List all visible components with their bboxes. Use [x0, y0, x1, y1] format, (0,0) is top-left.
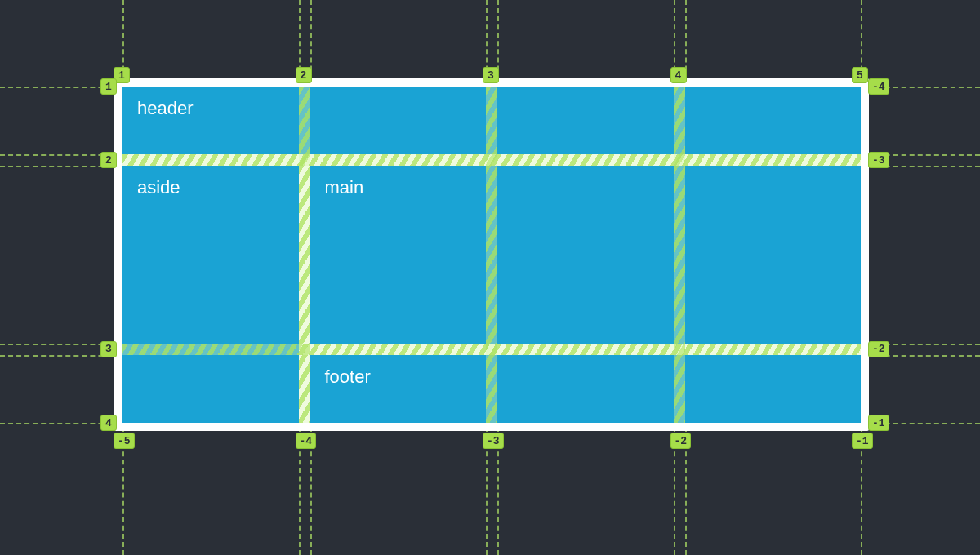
- row-line-badge-right: -1: [868, 415, 889, 431]
- grid-area-label: header: [137, 98, 194, 118]
- row-line-badge-right: -4: [868, 78, 889, 95]
- row-line-badge-right: -3: [868, 152, 889, 168]
- col-line-badge-bottom: -2: [670, 433, 692, 449]
- grid-area-label: footer: [325, 366, 371, 387]
- row-line-badge-right: -2: [868, 341, 889, 357]
- col-line-badge-top: 2: [296, 67, 312, 83]
- grid-area-label: aside: [137, 177, 180, 198]
- col-line-badge-bottom: -1: [852, 433, 873, 449]
- grid-gap-horizontal: [122, 154, 861, 166]
- row-line-badge-left: 4: [100, 415, 117, 431]
- grid-area-aside: aside: [122, 166, 299, 423]
- row-line-badge-left: 1: [100, 78, 117, 95]
- grid-gap-vertical: [299, 87, 310, 423]
- grid-area-footer: footer: [310, 355, 862, 423]
- grid-area-main: main: [310, 166, 862, 343]
- col-line-badge-bottom: -3: [483, 433, 504, 449]
- grid-diagram: headerasidemainfooter 12345-5-4-3-2-1123…: [0, 0, 980, 555]
- grid-gap-horizontal: [122, 344, 861, 355]
- col-line-badge-bottom: -5: [114, 433, 135, 449]
- grid-area-label: main: [325, 177, 364, 198]
- col-line-badge-top: 4: [670, 67, 687, 83]
- col-line-badge-top: 5: [852, 67, 868, 83]
- grid-gap-vertical: [674, 87, 685, 423]
- col-line-badge-top: 3: [483, 67, 499, 83]
- col-line-badge-bottom: -4: [296, 433, 317, 449]
- row-line-badge-left: 2: [100, 152, 117, 168]
- grid-gap-vertical: [486, 87, 497, 423]
- grid-panel: headerasidemainfooter: [114, 78, 869, 431]
- row-line-badge-left: 3: [100, 341, 117, 357]
